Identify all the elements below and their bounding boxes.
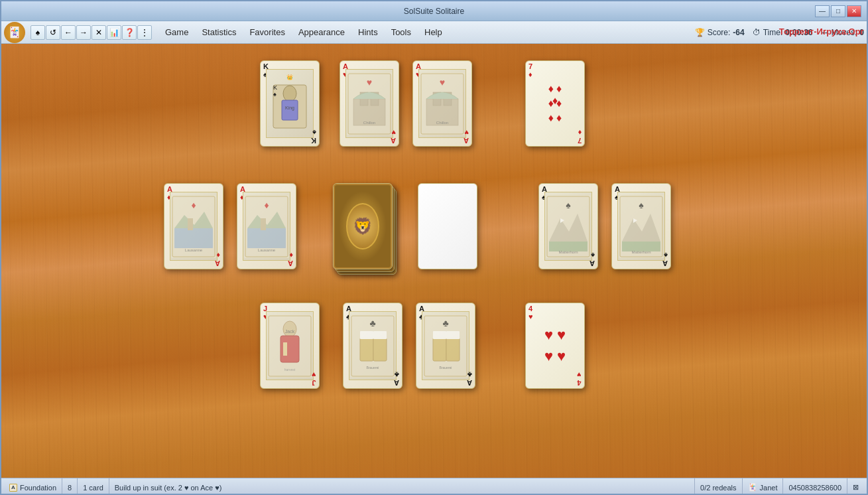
maximize-button[interactable]: □ — [831, 5, 845, 17]
card-ace-hearts-2[interactable]: A♥ Chillon ♥ A♥ — [412, 60, 472, 147]
minimize-button[interactable]: — — [815, 5, 830, 17]
card-ace-clubs-1[interactable]: A♣ Brauerei ♣ A♣ — [343, 303, 403, 389]
svg-text:Brauerei: Brauerei — [367, 366, 379, 370]
watermark-line1: Торрент-Игруха.Орг — [779, 27, 864, 36]
svg-point-1 — [283, 86, 296, 102]
close-button[interactable]: ✕ — [847, 5, 861, 17]
card-rank-bottom: A♥ — [391, 129, 396, 145]
card-ace-clubs-2[interactable]: A♣ Brauerei ♣ A♣ — [416, 303, 475, 389]
svg-text:♠: ♠ — [566, 200, 571, 210]
card-image: Chillon ♥ — [345, 69, 393, 138]
card-rank-bottom: A♠ — [589, 251, 595, 267]
svg-text:Matterhorn: Matterhorn — [631, 250, 651, 254]
window-controls[interactable]: — □ ✕ — [815, 5, 861, 17]
card-rank-bottom: A♣ — [467, 371, 472, 387]
menu-help[interactable]: Help — [418, 25, 449, 40]
menu-tools[interactable]: Tools — [385, 25, 418, 40]
svg-text:♦: ♦ — [191, 200, 196, 210]
svg-rect-28 — [247, 228, 286, 248]
card-ace-diamonds-1[interactable]: A♦ Lausanne ♦ A♦ — [164, 183, 223, 269]
svg-rect-52 — [373, 338, 387, 361]
menu-statistics[interactable]: Statistics — [195, 25, 243, 40]
card-ace-diamonds-2[interactable]: A♦ Lausanne ♦ A♦ — [237, 183, 296, 269]
menu-appearance[interactable]: Appearance — [292, 25, 351, 40]
svg-rect-61 — [433, 331, 446, 339]
card-seven-diamonds[interactable]: 7♦ ♦ ♦ ♦ ♦ ♦ ♦ ♦ 7♦ — [525, 60, 585, 147]
svg-text:♣: ♣ — [442, 318, 448, 328]
window-title: SolSuite Solitaire — [404, 7, 464, 16]
svg-text:♥: ♥ — [440, 77, 445, 88]
card-image: Chillon ♥ — [418, 69, 466, 138]
svg-rect-54 — [373, 331, 387, 339]
menu-game[interactable]: Game — [158, 25, 195, 40]
card-ace-spades-1[interactable]: A♠ Matterhorn ♠ A♠ — [538, 183, 598, 269]
card-ace-spades-2[interactable]: A♠ Matterhorn ♠ A♠ — [611, 183, 671, 269]
svg-text:♠: ♠ — [639, 200, 644, 210]
card-emblem: 🦁 — [346, 203, 379, 249]
score-value: -64 — [733, 28, 744, 37]
card-rank-top: 4♥ — [528, 305, 533, 320]
menu-items: Game Statistics Favorites Appearance Hin… — [158, 25, 694, 40]
card-jack-hearts[interactable]: J♥ Jack harvest J♥ — [260, 303, 320, 389]
card-king-spades[interactable]: K♠ 👑 King K ♠ K♠ — [260, 60, 320, 147]
card-image: Matterhorn ♠ — [544, 192, 592, 261]
menu-bar: 🃏 ♠ ↺ ← → ✕ 📊 ❓ ⋮ Game Statistics Favori… — [1, 21, 867, 44]
card-blank — [418, 184, 477, 269]
card-rank-bottom: J♥ — [312, 371, 316, 387]
svg-text:K: K — [273, 84, 277, 91]
card-four-hearts[interactable]: 4♥ ♥ ♥ ♥ ♥ 4♥ — [525, 303, 585, 389]
toolbar-icons: ♠ ↺ ← → ✕ 📊 ❓ ⋮ — [31, 25, 152, 40]
card-rank-bottom: A♥ — [464, 129, 469, 145]
card-image: Brauerei ♣ — [422, 311, 469, 380]
toolbar-stats[interactable]: 📊 — [107, 25, 121, 40]
menu-favorites[interactable]: Favorites — [243, 25, 291, 40]
svg-text:♠: ♠ — [273, 91, 277, 98]
app-icon: 🃏 — [4, 22, 25, 43]
toolbar-more[interactable]: ⋮ — [137, 25, 152, 40]
card-rank-bottom: 7♦ — [578, 129, 582, 145]
card-image: Lausanne ♦ — [243, 192, 290, 261]
toolbar-stop[interactable]: ✕ — [92, 25, 106, 40]
score-display: 🏆 Score: -64 — [695, 28, 745, 37]
foundation-label: Foundation — [20, 484, 56, 492]
toolbar-new-game[interactable]: ♠ — [31, 25, 45, 40]
player-name: Janet — [760, 484, 778, 492]
svg-text:Brauerei: Brauerei — [440, 366, 452, 370]
card-image: Jack harvest — [266, 311, 314, 380]
svg-text:Jack: Jack — [285, 329, 295, 334]
menu-hints[interactable]: Hints — [351, 25, 385, 40]
toolbar-help[interactable]: ❓ — [122, 25, 137, 40]
svg-text:♥: ♥ — [367, 77, 372, 88]
svg-rect-51 — [360, 338, 373, 361]
card-image: 👑 King K ♠ — [266, 69, 314, 138]
foundation-segment: A Foundation — [4, 478, 62, 495]
player-segment: 🃏 Janet — [743, 478, 784, 495]
foundation-count: 8 — [68, 484, 72, 492]
card-ace-hearts-1[interactable]: A♥ Chillon ♥ A♥ — [340, 60, 399, 147]
build-rule: Build up in suit (ex. 2 ♥ on Ace ♥) — [115, 484, 222, 492]
foundation-icon: A — [9, 484, 17, 492]
card-back-stack-1[interactable]: 🦁 — [333, 183, 393, 269]
build-rule-segment: Build up in suit (ex. 2 ♥ on Ace ♥) — [109, 478, 695, 495]
svg-rect-62 — [446, 331, 460, 339]
svg-text:harvest: harvest — [284, 368, 296, 372]
card-image: Matterhorn ♠ — [617, 192, 665, 261]
card-back-design: 🦁 — [334, 184, 392, 269]
card-rank-bottom: 4♥ — [577, 371, 582, 387]
toolbar-redo[interactable]: → — [76, 25, 91, 40]
card-rank-top: 7♦ — [528, 62, 532, 78]
game-id: 0450838258600 — [788, 484, 841, 492]
game-area[interactable]: K♠ 👑 King K ♠ K♠ — [1, 44, 867, 478]
card-rank-bottom: A♦ — [288, 251, 293, 267]
resize-segment[interactable]: ⊠ — [847, 478, 864, 495]
game-id-segment: 0450838258600 — [783, 478, 847, 495]
svg-text:Chillon: Chillon — [436, 121, 448, 125]
svg-rect-23 — [188, 218, 193, 230]
card-white-placeholder[interactable] — [418, 183, 477, 269]
card-rank-bottom: A♣ — [394, 371, 399, 387]
svg-text:Lausanne: Lausanne — [258, 248, 276, 252]
toolbar-restart[interactable]: ↺ — [46, 25, 60, 40]
status-bar: A Foundation 8 1 card Build up in suit (… — [1, 478, 867, 495]
card-image: Brauerei ♣ — [349, 311, 397, 380]
toolbar-undo[interactable]: ← — [61, 25, 76, 40]
